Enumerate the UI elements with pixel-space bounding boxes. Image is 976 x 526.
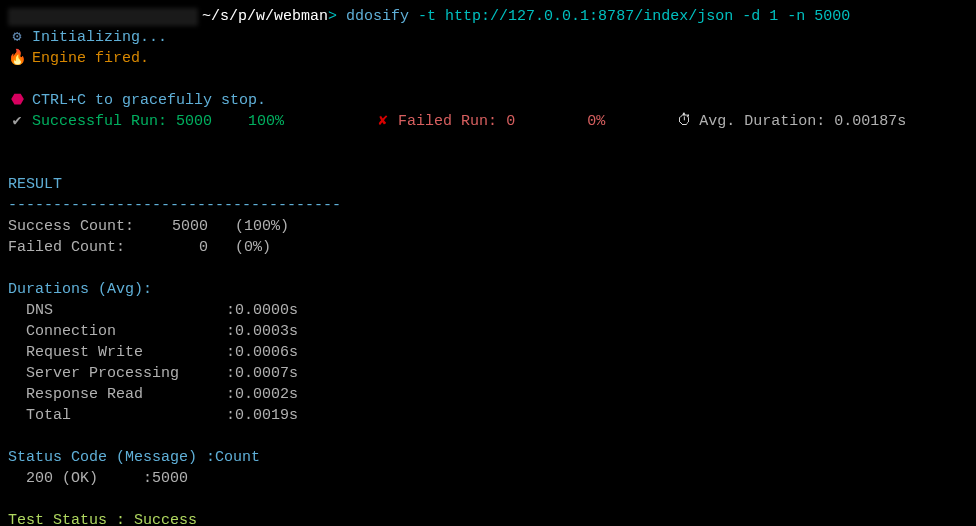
stats-row: ✔ Successful Run: 5000 100% ✘ Failed Run… — [8, 111, 968, 132]
duration-label: Response Read — [26, 384, 226, 405]
ctrlc-text: CTRL+C to gracefully stop. — [32, 90, 266, 111]
prompt-separator: > — [328, 6, 337, 27]
test-status-value: Success — [134, 510, 197, 526]
success-count-pct: (100%) — [235, 216, 289, 237]
avg-duration-label: Avg. Duration: — [699, 111, 825, 132]
failed-count-value: 0 — [148, 237, 208, 258]
duration-row: DNS:0.0000s — [8, 300, 968, 321]
blurred-user-host — [8, 8, 198, 26]
durations-heading: Durations (Avg): — [8, 279, 968, 300]
command-name[interactable]: ddosify — [346, 6, 409, 27]
duration-value: :0.0003s — [226, 321, 298, 342]
failed-run-segment: ✘ Failed Run: 0 0% — [374, 111, 605, 132]
failed-count-label: Failed Count: — [8, 237, 148, 258]
successful-run-pct: 100% — [248, 111, 284, 132]
failed-run-pct: 0% — [587, 111, 605, 132]
duration-value: :0.0007s — [226, 363, 298, 384]
successful-run-segment: ✔ Successful Run: 5000 100% — [8, 111, 284, 132]
test-status-label: Test Status : — [8, 510, 125, 526]
avg-duration-value: 0.00187s — [834, 111, 906, 132]
initializing-text: Initializing... — [32, 27, 167, 48]
failed-count-pct: (0%) — [235, 237, 271, 258]
engine-fired-text: Engine fired. — [32, 48, 149, 69]
duration-row: Response Read:0.0002s — [8, 384, 968, 405]
status-code-heading: Status Code (Message) :Count — [8, 447, 968, 468]
engine-fired-line: 🔥 Engine fired. — [8, 48, 968, 69]
avg-duration-segment: ⏱ Avg. Duration: 0.00187s — [675, 111, 906, 132]
duration-value: :0.0002s — [226, 384, 298, 405]
duration-value: :0.0000s — [226, 300, 298, 321]
success-count-row: Success Count: 5000 (100%) — [8, 216, 968, 237]
x-icon: ✘ — [374, 111, 392, 132]
duration-label: Server Processing — [26, 363, 226, 384]
duration-value: :0.0006s — [226, 342, 298, 363]
fire-icon: 🔥 — [8, 48, 26, 69]
check-icon: ✔ — [8, 111, 26, 132]
gear-icon: ⚙ — [8, 27, 26, 48]
duration-row: Total:0.0019s — [8, 405, 968, 426]
failed-count-row: Failed Count: 0 (0%) — [8, 237, 968, 258]
duration-value: :0.0019s — [226, 405, 298, 426]
duration-row: Request Write:0.0006s — [8, 342, 968, 363]
stop-icon: ⬣ — [8, 90, 26, 111]
duration-label: Connection — [26, 321, 226, 342]
terminal-output: ~/s/p/w/webman > ddosify -t http://127.0… — [0, 0, 976, 526]
ctrlc-line: ⬣ CTRL+C to gracefully stop. — [8, 90, 968, 111]
stopwatch-icon: ⏱ — [675, 111, 693, 132]
successful-run-label: Successful Run: — [32, 111, 167, 132]
successful-run-count: 5000 — [176, 111, 212, 132]
duration-row: Connection:0.0003s — [8, 321, 968, 342]
status-code-row: 200 (OK) :5000 — [8, 468, 968, 489]
prompt-line: ~/s/p/w/webman > ddosify -t http://127.0… — [8, 6, 968, 27]
current-path: ~/s/p/w/webman — [202, 6, 328, 27]
duration-label: DNS — [26, 300, 226, 321]
duration-label: Total — [26, 405, 226, 426]
success-count-value: 5000 — [148, 216, 208, 237]
result-heading: RESULT — [8, 174, 968, 195]
test-status-row: Test Status : Success — [8, 510, 968, 526]
duration-label: Request Write — [26, 342, 226, 363]
result-divider: ------------------------------------- — [8, 195, 968, 216]
duration-row: Server Processing:0.0007s — [8, 363, 968, 384]
success-count-label: Success Count: — [8, 216, 148, 237]
failed-run-count: 0 — [506, 111, 515, 132]
initializing-line: ⚙ Initializing... — [8, 27, 968, 48]
command-args: -t http://127.0.0.1:8787/index/json -d 1… — [418, 6, 850, 27]
failed-run-label: Failed Run: — [398, 111, 497, 132]
